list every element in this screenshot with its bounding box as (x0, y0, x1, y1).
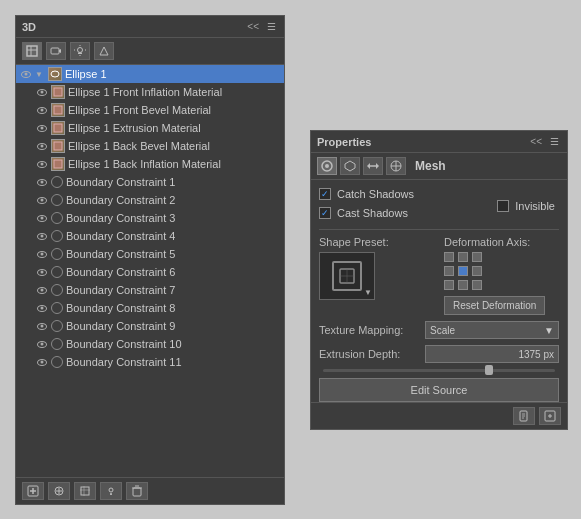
eye-icon-bc3[interactable] (36, 212, 48, 224)
props-tab-4[interactable] (386, 157, 406, 175)
separator-1 (319, 229, 559, 230)
deform-dot-2[interactable] (458, 252, 468, 262)
eye-icon-extrusion[interactable] (36, 122, 48, 134)
add-light-btn[interactable] (100, 482, 122, 500)
add-mesh-btn[interactable] (48, 482, 70, 500)
eye-icon-bc5[interactable] (36, 248, 48, 260)
svg-point-26 (109, 488, 113, 492)
eye-icon-bc7[interactable] (36, 284, 48, 296)
layer-item-bc10[interactable]: Boundary Constraint 10 (16, 335, 284, 353)
props-menu[interactable]: ☰ (548, 135, 561, 148)
props-tab-3[interactable] (363, 157, 383, 175)
invisible-checkbox[interactable] (497, 200, 509, 212)
layer-item-ellipse1[interactable]: ▼ Ellipse 1 (16, 65, 284, 83)
props-collapse[interactable]: << (528, 135, 544, 148)
texture-mapping-row: Texture Mapping: Scale ▼ (319, 321, 559, 339)
thumb-bc3 (51, 212, 63, 224)
mesh-icon[interactable] (94, 42, 114, 60)
layer-item-bc7[interactable]: Boundary Constraint 7 (16, 281, 284, 299)
deformation-grid (444, 252, 484, 292)
texture-mapping-select[interactable]: Scale ▼ (425, 321, 559, 339)
deform-dot-7[interactable] (444, 280, 454, 290)
eye-icon-back-bevel[interactable] (36, 140, 48, 152)
eye-icon-bc11[interactable] (36, 356, 48, 368)
deform-dot-1[interactable] (444, 252, 454, 262)
layer-item-bc3[interactable]: Boundary Constraint 3 (16, 209, 284, 227)
layer-item-bc6[interactable]: Boundary Constraint 6 (16, 263, 284, 281)
layer-name-front-bevel: Ellipse 1 Front Bevel Material (68, 104, 211, 116)
layer-name-front-inflate: Ellipse 1 Front Inflation Material (68, 86, 222, 98)
thumb-bc4 (51, 230, 63, 242)
props-tab-2[interactable] (340, 157, 360, 175)
deform-dot-8[interactable] (458, 280, 468, 290)
add-scene-btn[interactable] (22, 482, 44, 500)
catch-shadows-label: Catch Shadows (337, 188, 414, 200)
extrusion-slider-thumb[interactable] (485, 365, 493, 375)
layer-item-front-inflate[interactable]: Ellipse 1 Front Inflation Material (16, 83, 284, 101)
layer-item-bc4[interactable]: Boundary Constraint 4 (16, 227, 284, 245)
layer-item-bc8[interactable]: Boundary Constraint 8 (16, 299, 284, 317)
eye-icon-front-inflate[interactable] (36, 86, 48, 98)
panel-properties: Properties << ☰ (310, 130, 568, 430)
edit-source-button[interactable]: Edit Source (319, 378, 559, 402)
eye-icon-bc8[interactable] (36, 302, 48, 314)
cast-shadows-checkbox[interactable] (319, 207, 331, 219)
scene-view-icon[interactable] (22, 42, 42, 60)
layer-item-front-bevel[interactable]: Ellipse 1 Front Bevel Material (16, 101, 284, 119)
layer-item-bc2[interactable]: Boundary Constraint 2 (16, 191, 284, 209)
eye-icon-front-bevel[interactable] (36, 104, 48, 116)
eye-icon-bc10[interactable] (36, 338, 48, 350)
deform-dot-5[interactable] (458, 266, 468, 276)
eye-icon-bc9[interactable] (36, 320, 48, 332)
deform-dot-6[interactable] (472, 266, 482, 276)
eye-icon-ellipse1[interactable] (20, 68, 32, 80)
add-constraint-btn[interactable] (74, 482, 96, 500)
light-icon[interactable] (70, 42, 90, 60)
svg-point-5 (78, 48, 83, 53)
layer-list: ▼ Ellipse 1 Ellipse 1 Front Inflation Ma… (16, 65, 284, 477)
layer-item-bc11[interactable]: Boundary Constraint 11 (16, 353, 284, 371)
extrusion-depth-label: Extrusion Depth: (319, 348, 419, 360)
extrusion-depth-input[interactable]: 1375 px (425, 345, 559, 363)
props-section-title: Mesh (415, 159, 446, 173)
extrusion-slider-row (319, 369, 559, 372)
props-tab-1[interactable] (317, 157, 337, 175)
svg-rect-23 (81, 487, 89, 495)
catch-shadows-checkbox[interactable] (319, 188, 331, 200)
layer-item-bc5[interactable]: Boundary Constraint 5 (16, 245, 284, 263)
eye-icon-bc4[interactable] (36, 230, 48, 242)
expand-arrow-ellipse1[interactable]: ▼ (35, 70, 43, 79)
layer-item-bc1[interactable]: Boundary Constraint 1 (16, 173, 284, 191)
eye-icon-bc1[interactable] (36, 176, 48, 188)
panel-3d-menu[interactable]: ☰ (265, 20, 278, 33)
thumb-front-bevel (51, 103, 65, 117)
thumb-bc11 (51, 356, 63, 368)
thumb-bc5 (51, 248, 63, 260)
delete-btn[interactable] (126, 482, 148, 500)
extrusion-slider[interactable] (323, 369, 555, 372)
props-document-btn[interactable] (513, 407, 535, 425)
eye-icon-back-inflate[interactable] (36, 158, 48, 170)
layer-item-extrusion[interactable]: Ellipse 1 Extrusion Material (16, 119, 284, 137)
deform-dot-9[interactable] (472, 280, 482, 290)
layer-item-back-inflate[interactable]: Ellipse 1 Back Inflation Material (16, 155, 284, 173)
camera-icon[interactable] (46, 42, 66, 60)
catch-shadows-row: Catch Shadows (319, 188, 414, 200)
deformation-axis-col: Deformation Axis: Reset Deformation (444, 236, 559, 315)
eye-icon-bc2[interactable] (36, 194, 48, 206)
shape-preset-preview[interactable]: ▼ (319, 252, 375, 300)
svg-rect-16 (54, 160, 62, 168)
layer-name-bc9: Boundary Constraint 9 (66, 320, 175, 332)
layer-item-bc9[interactable]: Boundary Constraint 9 (16, 317, 284, 335)
thumb-bc1 (51, 176, 63, 188)
layer-item-back-bevel[interactable]: Ellipse 1 Back Bevel Material (16, 137, 284, 155)
deform-dot-3[interactable] (472, 252, 482, 262)
panel-3d-collapse[interactable]: << (245, 20, 261, 33)
shape-preset-inner (332, 261, 362, 291)
reset-deformation-button[interactable]: Reset Deformation (444, 296, 545, 315)
eye-icon-bc6[interactable] (36, 266, 48, 278)
texture-mapping-label: Texture Mapping: (319, 324, 419, 336)
cast-shadows-label: Cast Shadows (337, 207, 408, 219)
deform-dot-4[interactable] (444, 266, 454, 276)
props-link-btn[interactable] (539, 407, 561, 425)
